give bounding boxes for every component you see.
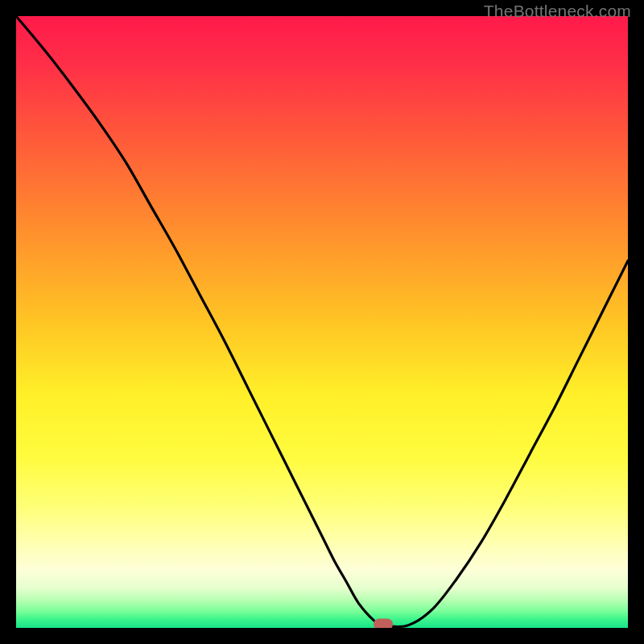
plot-area [16, 16, 628, 628]
chart-frame: TheBottleneck.com [0, 0, 644, 644]
chart-svg [16, 16, 628, 628]
optimal-marker [374, 618, 393, 628]
watermark-text: TheBottleneck.com [484, 2, 631, 21]
